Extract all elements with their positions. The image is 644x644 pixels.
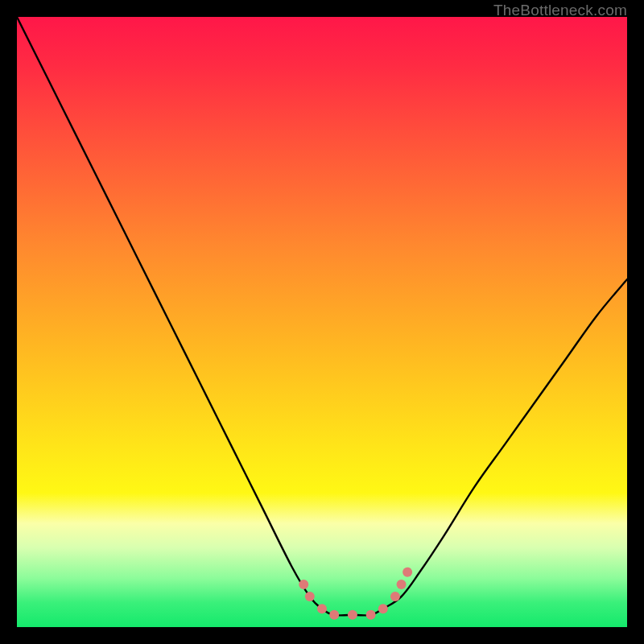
curve-path-group bbox=[17, 17, 627, 615]
marker-dot bbox=[329, 610, 339, 620]
chart-frame: TheBottleneck.com bbox=[0, 0, 644, 644]
curve-left-segment bbox=[17, 17, 353, 615]
highlight-markers bbox=[299, 568, 412, 620]
plot-area bbox=[17, 17, 627, 627]
marker-dot bbox=[348, 610, 357, 620]
marker-dot bbox=[378, 604, 388, 613]
marker-dot bbox=[397, 580, 407, 589]
marker-dot bbox=[366, 610, 376, 620]
curve-right-segment bbox=[353, 279, 627, 616]
marker-dot bbox=[299, 580, 308, 589]
marker-dot bbox=[317, 604, 327, 613]
curve-svg bbox=[17, 17, 627, 627]
marker-dot bbox=[305, 592, 315, 601]
marker-dot bbox=[402, 568, 412, 577]
marker-dot bbox=[390, 592, 400, 601]
